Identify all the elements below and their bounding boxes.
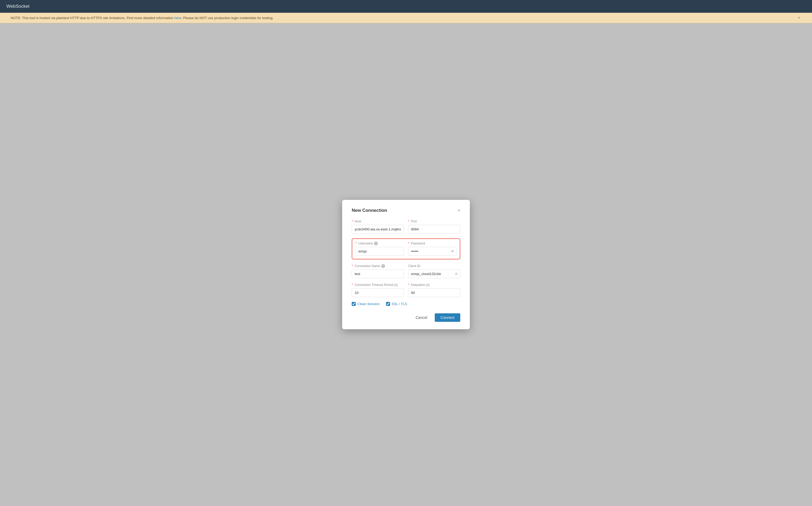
port-required: * xyxy=(408,220,409,223)
connection-name-label: * Connection Name ? xyxy=(352,264,404,268)
keepalive-required: * xyxy=(408,283,409,287)
host-label: * Host xyxy=(352,220,404,223)
connection-name-input[interactable] xyxy=(352,269,404,278)
client-id-label: Client ID xyxy=(408,264,460,268)
port-group: * Port xyxy=(408,220,460,234)
credentials-row: * Username ? * Password 👁 xyxy=(352,238,460,259)
port-input[interactable] xyxy=(408,225,460,234)
host-group: * Host xyxy=(352,220,404,234)
navbar: WebSocket xyxy=(0,0,812,13)
notice-banner: NOTE: This tool is hosted via plaintext … xyxy=(0,13,812,23)
notice-close-button[interactable]: × xyxy=(797,15,801,20)
notice-text: NOTE: This tool is hosted via plaintext … xyxy=(11,16,273,20)
ssl-tls-checkbox[interactable] xyxy=(386,302,390,306)
client-id-input[interactable] xyxy=(408,269,460,278)
host-required: * xyxy=(352,220,353,223)
keepalive-group: * Keepalive (s) xyxy=(408,283,460,297)
connection-name-help-icon: ? xyxy=(381,264,385,268)
password-wrapper: 👁 xyxy=(408,247,457,256)
main-content: Connect to New Connection × * Host xyxy=(0,23,812,506)
refresh-client-id-button[interactable]: ⟳ xyxy=(455,272,458,276)
password-input[interactable] xyxy=(408,247,457,256)
keepalive-label: * Keepalive (s) xyxy=(408,283,460,287)
password-label: * Password xyxy=(408,242,457,245)
connect-button[interactable]: Connect xyxy=(435,313,460,322)
username-help-icon: ? xyxy=(374,242,378,245)
modal-title: New Connection xyxy=(352,208,387,213)
ssl-tls-label[interactable]: SSL / TLS xyxy=(386,302,407,306)
username-group: * Username ? xyxy=(355,242,404,256)
timeout-label: * Connection Timeout Period (s) xyxy=(352,283,404,287)
clean-session-checkbox[interactable] xyxy=(352,302,356,306)
timeout-keepalive-row: * Connection Timeout Period (s) * Keepal… xyxy=(352,283,460,297)
new-connection-modal: New Connection × * Host * Port xyxy=(342,200,470,329)
port-label: * Port xyxy=(408,220,460,223)
connection-name-client-id-row: * Connection Name ? Client ID ⟳ xyxy=(352,264,460,278)
host-port-row: * Host * Port xyxy=(352,220,460,234)
timeout-group: * Connection Timeout Period (s) xyxy=(352,283,404,297)
modal-header: New Connection × xyxy=(352,208,460,213)
clean-session-label[interactable]: Clean Session xyxy=(352,302,380,306)
toggle-password-button[interactable]: 👁 xyxy=(451,249,455,254)
navbar-brand: WebSocket xyxy=(6,4,29,9)
client-id-wrapper: ⟳ xyxy=(408,269,460,278)
notice-link[interactable]: here xyxy=(174,16,181,20)
connection-name-group: * Connection Name ? xyxy=(352,264,404,278)
password-group: * Password 👁 xyxy=(408,242,457,256)
checkboxes-row: Clean Session SSL / TLS xyxy=(352,302,460,306)
connection-name-required: * xyxy=(352,264,353,268)
modal-footer: Cancel Connect xyxy=(352,313,460,322)
modal-close-button[interactable]: × xyxy=(457,208,460,213)
timeout-input[interactable] xyxy=(352,288,404,297)
username-label: * Username ? xyxy=(355,242,404,245)
modal-overlay: New Connection × * Host * Port xyxy=(0,23,812,506)
username-input[interactable] xyxy=(355,247,404,256)
host-input[interactable] xyxy=(352,225,404,234)
username-required: * xyxy=(355,242,357,245)
cancel-button[interactable]: Cancel xyxy=(411,313,431,322)
timeout-required: * xyxy=(352,283,353,287)
keepalive-input[interactable] xyxy=(408,288,460,297)
password-required: * xyxy=(408,242,409,245)
client-id-group: Client ID ⟳ xyxy=(408,264,460,278)
